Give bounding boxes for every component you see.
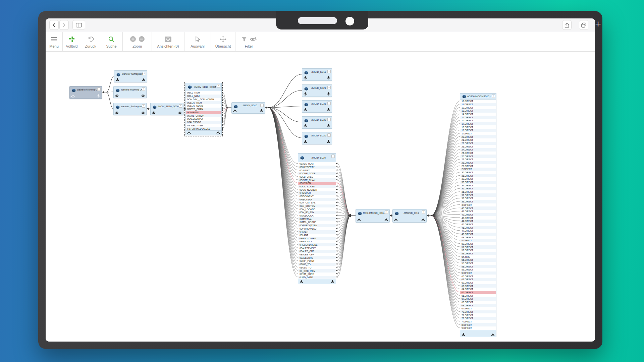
download-button[interactable] — [394, 218, 398, 222]
field-row[interactable]: 0S_ORD_ITEM — [186, 124, 221, 127]
graph-node-sd31[interactable]: /IMO/D_SD31+ — [302, 100, 332, 113]
field-row[interactable]: 34.DIRECT — [460, 184, 496, 187]
tab-overview-button[interactable] — [579, 20, 588, 30]
toolbar-select-button[interactable]: Auswahl — [184, 32, 211, 51]
field-row[interactable]: 0GN_CUSTOM — [298, 204, 336, 208]
download-button[interactable] — [327, 140, 330, 143]
download-button[interactable] — [304, 108, 307, 112]
field-row[interactable]: 1.DIRECT — [460, 132, 496, 135]
graph-node-erw3[interactable]: Erwarteter_Auftragsein...+ — [113, 103, 147, 115]
download-button[interactable] — [384, 218, 388, 222]
field-row[interactable]: 0CALDAY — [298, 169, 336, 172]
field-row[interactable]: 40.DIRECT — [460, 206, 496, 210]
new-tab-plus[interactable]: + — [592, 18, 604, 30]
download-button[interactable] — [97, 94, 100, 98]
field-row[interactable]: 0PROD_CATEG — [298, 237, 336, 240]
back-button[interactable] — [49, 20, 59, 30]
field-row[interactable]: 65.DIRECT — [460, 291, 496, 294]
field-row[interactable]: 39.DIRECT — [460, 200, 496, 203]
download-button[interactable] — [327, 108, 330, 112]
field-row[interactable]: 0FISCVARNT — [298, 195, 336, 198]
field-row[interactable]: 22.DIRECT — [460, 142, 496, 145]
download-button[interactable] — [304, 140, 307, 143]
field-row[interactable]: 0DISTR_CHAN — [298, 178, 336, 182]
field-row[interactable]: 0DOC_NUMBER — [298, 188, 336, 191]
download-button[interactable] — [152, 111, 156, 114]
field-row[interactable]: 64.DIRECT — [460, 288, 496, 291]
field-row[interactable]: 17.DIRECT — [460, 122, 496, 126]
field-row[interactable]: 0MATL_GROUP — [298, 221, 336, 224]
field-row[interactable]: 36.DIRECT — [460, 190, 496, 194]
download-button[interactable] — [187, 131, 191, 135]
field-row[interactable]: 25.DIRECT — [460, 152, 496, 155]
node-header[interactable]: ADSO /IMO/CMSD16 -...+ — [460, 94, 496, 100]
download-button[interactable] — [357, 218, 361, 222]
download-button[interactable] — [462, 333, 465, 337]
download-button[interactable] — [233, 109, 237, 113]
toolbar-search-button[interactable]: Suche — [100, 32, 123, 51]
field-row[interactable]: 50.DIRECT — [460, 242, 496, 246]
toolbar-views-button[interactable]: Ansichten (0) — [152, 32, 184, 51]
field-row[interactable]: 0CALDAY__0CALMONTH — [186, 98, 221, 101]
field-row[interactable]: 5.DIRECT — [460, 272, 496, 275]
field-row[interactable]: 41.DIRECT — [460, 210, 496, 213]
field-row[interactable]: 0OPORDVALSC — [298, 227, 336, 230]
field-row[interactable]: 48.DIRECT — [460, 233, 496, 236]
field-row[interactable]: 0RECORDMODE — [298, 243, 336, 247]
download-button[interactable] — [491, 333, 495, 337]
download-button[interactable] — [304, 124, 307, 128]
expand-node-button[interactable]: + — [97, 87, 101, 91]
field-row[interactable]: 12.DIRECT — [460, 106, 496, 109]
field-row[interactable]: 42.DIRECT — [460, 213, 496, 217]
field-row[interactable]: 0DIVISION — [298, 182, 336, 185]
node-header[interactable]: /IMO/V_SD10_Q0005+ — [186, 83, 221, 91]
field-row[interactable]: 0BILL_ITEM — [186, 91, 221, 95]
field-row[interactable]: 0STAT_CURR — [298, 273, 336, 276]
download-button[interactable] — [142, 78, 146, 81]
field-row[interactable]: 0GN_LOCATIO — [298, 207, 336, 211]
download-button[interactable] — [327, 92, 330, 96]
download-button[interactable] — [115, 94, 119, 97]
field-row[interactable]: 58.DIRECT — [460, 265, 496, 268]
field-row[interactable]: 30.DIRECT — [460, 171, 496, 174]
expand-node-button[interactable]: + — [327, 118, 331, 121]
field-row[interactable]: 0FISCPER — [298, 191, 336, 195]
field-row[interactable]: 23.DIRECT — [460, 145, 496, 148]
toolbar-filter-group[interactable]: Filter — [235, 32, 262, 51]
field-row[interactable]: 0BASE_UOM — [298, 162, 336, 166]
download-button[interactable] — [327, 76, 330, 80]
field-row[interactable]: 0SALESEMPLY — [186, 117, 221, 121]
field-row[interactable]: 0PRODUCT — [298, 240, 336, 243]
field-row[interactable]: 2.DIRECT — [460, 168, 496, 171]
field-row[interactable]: 53.DIRECT — [460, 252, 496, 255]
field-row[interactable]: 14.DIRECT — [460, 113, 496, 116]
expand-node-button[interactable]: + — [327, 70, 331, 73]
field-row[interactable]: 51.DIRECT — [460, 245, 496, 249]
field-row[interactable]: 0SALES_GRP — [298, 250, 336, 253]
download-button[interactable] — [327, 124, 330, 128]
field-row[interactable]: 9.DIRECT — [460, 326, 496, 330]
field-row[interactable]: 0GN_R3_SSY — [298, 211, 336, 214]
field-row[interactable]: 0SALESEMPLY — [298, 246, 336, 250]
field-row[interactable]: 0BILL_NUM — [186, 95, 221, 98]
field-row[interactable]: 67.DIRECT — [460, 297, 496, 301]
expand-node-button[interactable]: + — [327, 86, 331, 89]
field-row[interactable]: 31.DIRECT — [460, 174, 496, 177]
field-row[interactable]: 0SOLD_TO — [298, 266, 336, 269]
field-row[interactable]: 63.DIRECT — [460, 284, 496, 288]
field-row[interactable]: 19.DIRECT — [460, 129, 496, 132]
expand-node-button[interactable]: + — [142, 104, 145, 108]
field-row[interactable]: 59.DIRECT — [460, 268, 496, 272]
field-row[interactable]: 28.DIRECT — [460, 161, 496, 165]
field-row[interactable]: 0PLANT — [298, 234, 336, 237]
field-row[interactable]: 62.DIRECT — [460, 281, 496, 285]
graph-node-is16[interactable]: /IMO/SD_IS16+ — [392, 209, 427, 223]
field-row[interactable]: 10.DIRECT — [460, 100, 496, 103]
field-row[interactable]: 0BILLTOPRTY — [298, 166, 336, 169]
field-row[interactable]: 0IMODOCCAT — [298, 214, 336, 218]
field-row[interactable]: 47.DIRECT — [460, 229, 496, 233]
graph-node-q0005s[interactable]: /IMO/V_SD10_Q0005+ — [150, 103, 183, 115]
graph-node-sd11[interactable]: /IMO/D_SD11+ — [302, 68, 332, 81]
field-row[interactable]: 71.DIRECT — [460, 313, 496, 317]
lineage-graph-canvas[interactable]: Expected Incoming Or...+erwarteter Auftr… — [46, 52, 595, 342]
